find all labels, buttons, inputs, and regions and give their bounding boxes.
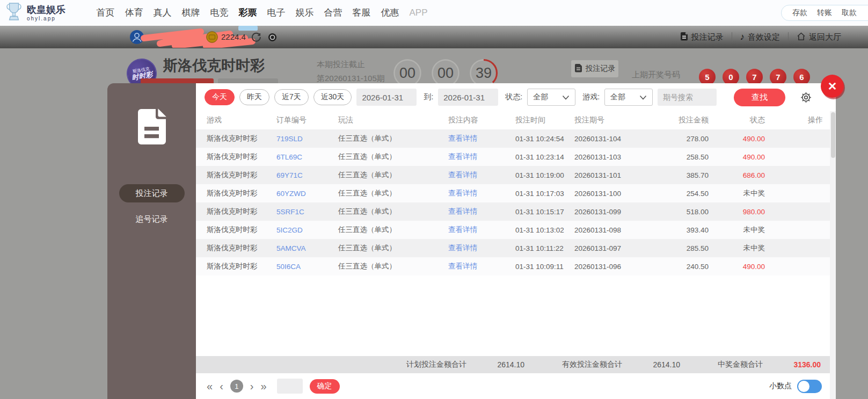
current-page-badge[interactable]: 1 (230, 380, 243, 393)
decimal-label: 小数点 (769, 381, 792, 391)
bet-records-link[interactable]: 投注记录 (680, 32, 724, 42)
view-details-link[interactable]: 查看详情 (448, 134, 515, 143)
order-id-link[interactable]: 5SRF1C (276, 208, 338, 216)
status-value: 490.00 (709, 135, 765, 143)
status-value: 490.00 (709, 153, 765, 161)
header-bet-records-button[interactable]: 投注记录 (571, 60, 618, 77)
period-search-input[interactable] (658, 89, 717, 106)
order-id-link[interactable]: 5IC2GD (276, 226, 338, 234)
play-cell: 任三直选（单式） (338, 207, 448, 216)
game-cell: 斯洛伐克时时彩 (207, 225, 276, 235)
nav-item-home[interactable]: 首页 (91, 0, 120, 26)
play-cell: 任三直选（单式） (338, 152, 448, 162)
prev-page-button[interactable]: ‹ (220, 381, 223, 391)
withdraw-button[interactable]: 取款 (842, 8, 857, 18)
next-page-button[interactable]: › (250, 381, 254, 391)
scrollbar-thumb[interactable] (831, 112, 835, 158)
sidebar-item-chase-records[interactable]: 追号记录 (119, 210, 185, 228)
eye-icon[interactable] (267, 33, 278, 44)
nav-item-esports[interactable]: 电竞 (205, 0, 234, 26)
view-details-link[interactable]: 查看详情 (448, 170, 515, 180)
status-value: 686.00 (709, 171, 765, 179)
status-select[interactable]: 全部 (527, 89, 575, 106)
table-row: 斯洛伐克时时彩719SLD任三直选（单式）查看详情01-31 10:24:542… (196, 129, 836, 148)
settings-gear-icon[interactable] (800, 91, 812, 104)
sound-settings-link[interactable]: ♪ 音效设定 (740, 32, 781, 42)
filter-yesterday-button[interactable]: 昨天 (239, 89, 269, 105)
order-id-link[interactable]: 719SLD (276, 135, 338, 143)
order-id-link[interactable]: 6TL69C (276, 153, 338, 161)
nav-item-partnership[interactable]: 合营 (319, 0, 347, 26)
game-cell: 斯洛伐克时时彩 (207, 170, 276, 180)
status-value: 未中奖 (709, 225, 765, 235)
status-label: 状态: (505, 92, 522, 102)
status-select-value: 全部 (533, 92, 548, 102)
order-id-link[interactable]: 60YZWD (276, 190, 338, 198)
decimal-toggle[interactable] (797, 380, 822, 393)
music-note-icon: ♪ (740, 32, 745, 42)
plan-total-value: 2614.10 (492, 360, 524, 369)
view-details-link[interactable]: 查看详情 (448, 152, 515, 162)
refresh-icon[interactable] (251, 32, 261, 44)
column-header-amount: 投注金额 (655, 115, 709, 125)
brand-logo[interactable]: 欧皇娱乐 ohyl.app (5, 2, 85, 24)
view-details-link[interactable]: 查看详情 (448, 243, 515, 253)
back-to-lobby-label: 返回大厅 (809, 32, 841, 42)
period-cell: 20260131-100 (574, 190, 655, 198)
filter-7days-button[interactable]: 近7天 (274, 89, 309, 105)
column-header-time: 投注时间 (515, 115, 574, 125)
nav-item-slots[interactable]: 电子 (262, 0, 290, 26)
nav-item-live[interactable]: 真人 (148, 0, 177, 26)
nav-item-promos[interactable]: 优惠 (376, 0, 404, 26)
deposit-button[interactable]: 存款 (792, 8, 807, 18)
amount-cell: 258.50 (655, 153, 709, 161)
first-page-button[interactable]: « (207, 381, 213, 391)
home-icon (797, 32, 806, 42)
coin-icon (206, 31, 218, 45)
column-header-period: 投注期号 (574, 115, 655, 125)
nav-item-support[interactable]: 客服 (347, 0, 376, 26)
sidebar-item-bet-records[interactable]: 投注记录 (119, 184, 185, 202)
nav-item-cards[interactable]: 棋牌 (177, 0, 205, 26)
to-label: 到: (424, 92, 433, 102)
filter-today-button[interactable]: 今天 (205, 89, 235, 105)
main-nav: 首页 体育 真人 棋牌 电竞 彩票 电子 娱乐 合营 客服 优惠 APP (91, 0, 433, 26)
period-cell: 20260131-096 (574, 263, 655, 271)
nav-item-sports[interactable]: 体育 (120, 0, 148, 26)
table-row: 斯洛伐克时时彩5IC2GD任三直选（单式）查看详情01-31 10:13:022… (196, 221, 836, 239)
nav-item-lottery[interactable]: 彩票 (234, 0, 262, 26)
filter-30days-button[interactable]: 近30天 (313, 89, 352, 105)
view-details-link[interactable]: 查看详情 (448, 225, 515, 235)
order-id-link[interactable]: 50I6CA (276, 263, 338, 271)
nav-item-entertainment[interactable]: 娱乐 (290, 0, 319, 26)
bet-records-label: 投注记录 (691, 32, 724, 42)
nav-item-app[interactable]: APP (404, 0, 433, 26)
column-header-order: 订单编号 (276, 115, 338, 125)
game-cell: 斯洛伐克时时彩 (207, 152, 276, 162)
view-details-link[interactable]: 查看详情 (448, 207, 515, 216)
time-cell: 01-31 10:09:11 (515, 263, 574, 271)
table-row: 斯洛伐克时时彩5AMCVA任三直选（单式）查看详情01-31 10:11:222… (196, 239, 836, 257)
view-details-link[interactable]: 查看详情 (448, 188, 515, 198)
win-total-label: 中奖金额合计 (718, 360, 763, 369)
view-details-link[interactable]: 查看详情 (448, 262, 515, 271)
transfer-button[interactable]: 转账 (817, 8, 832, 18)
confirm-page-button[interactable]: 确定 (310, 379, 340, 394)
back-to-lobby-link[interactable]: 返回大厅 (797, 32, 841, 42)
order-id-link[interactable]: 69Y71C (276, 171, 338, 179)
play-cell: 任三直选（单式） (338, 170, 448, 180)
date-to-input[interactable] (438, 89, 498, 106)
game-select[interactable]: 全部 (604, 89, 653, 106)
table-empty-space (196, 275, 836, 356)
trophy-icon (5, 2, 23, 24)
filter-bar: 今天 昨天 近7天 近30天 到: 状态: 全部 游戏: 全部 (196, 83, 836, 111)
search-button[interactable]: 查找 (734, 89, 785, 106)
user-toolbar: 2224.4 投注记录 (0, 26, 868, 48)
date-from-input[interactable] (356, 89, 417, 106)
order-id-link[interactable]: 5AMCVA (276, 244, 338, 252)
page-jump-input[interactable] (277, 379, 303, 394)
last-page-button[interactable]: » (260, 381, 266, 391)
close-button[interactable]: ✕ (821, 75, 844, 98)
divider (732, 32, 732, 42)
scrollbar[interactable] (830, 111, 836, 399)
